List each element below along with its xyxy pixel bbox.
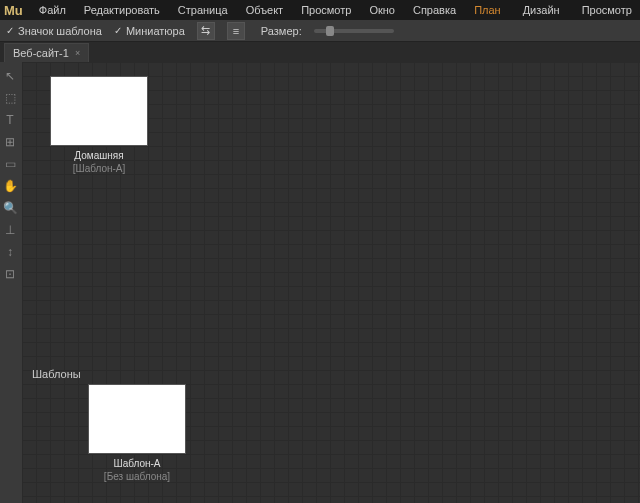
tool-grid[interactable]: ⊡ <box>0 264 20 284</box>
menu-page[interactable]: Страница <box>170 2 236 18</box>
template-preview <box>88 384 186 454</box>
checkbox-label: Значок шаблона <box>18 25 102 37</box>
main-menu: Файл Редактировать Страница Объект Просм… <box>31 2 464 18</box>
checkbox-label: Миниатюра <box>126 25 185 37</box>
plan-canvas[interactable]: Домашняя [Шаблон-A] Шаблоны Шаблон-A [Бе… <box>22 62 640 503</box>
layout-vertical-icon[interactable]: ≡ <box>227 22 245 40</box>
layout-horizontal-icon[interactable]: ⇆ <box>197 22 215 40</box>
mode-tabs: План Дизайн Просмотр <box>464 2 640 18</box>
checkbox-template-icon[interactable]: Значок шаблона <box>6 25 102 37</box>
tool-rect[interactable]: ▭ <box>0 154 20 174</box>
menu-view[interactable]: Просмотр <box>293 2 359 18</box>
tool-resize[interactable]: ↕ <box>0 242 20 262</box>
tools-sidebar: ↖ ⬚ T ⊞ ▭ ✋ 🔍 ⊥ ↕ ⊡ <box>0 62 22 503</box>
page-preview <box>50 76 148 146</box>
mode-preview[interactable]: Просмотр <box>572 2 640 18</box>
templates-section-label: Шаблоны <box>32 368 81 380</box>
menu-file[interactable]: Файл <box>31 2 74 18</box>
tool-anchor[interactable]: ⊥ <box>0 220 20 240</box>
document-tab-label: Веб-сайт-1 <box>13 47 69 59</box>
tool-select[interactable]: ↖ <box>0 66 20 86</box>
size-label: Размер: <box>261 25 302 37</box>
template-label: Шаблон-A <box>88 458 186 469</box>
page-thumbnail-home[interactable]: Домашняя [Шаблон-A] <box>50 76 148 174</box>
menu-help[interactable]: Справка <box>405 2 464 18</box>
close-tab-icon[interactable]: × <box>75 48 80 58</box>
size-slider[interactable] <box>314 29 394 33</box>
template-sub-label: [Без шаблона] <box>88 471 186 482</box>
mode-design[interactable]: Дизайн <box>513 2 570 18</box>
tool-hand[interactable]: ✋ <box>0 176 20 196</box>
tool-frame[interactable]: ⊞ <box>0 132 20 152</box>
slider-thumb[interactable] <box>326 26 334 36</box>
tool-text[interactable]: T <box>0 110 20 130</box>
template-thumbnail-a[interactable]: Шаблон-A [Без шаблона] <box>88 384 186 482</box>
document-tab[interactable]: Веб-сайт-1 × <box>4 43 89 62</box>
page-template-label: [Шаблон-A] <box>50 163 148 174</box>
tool-crop[interactable]: ⬚ <box>0 88 20 108</box>
menu-window[interactable]: Окно <box>361 2 403 18</box>
tool-zoom[interactable]: 🔍 <box>0 198 20 218</box>
menu-object[interactable]: Объект <box>238 2 291 18</box>
menu-edit[interactable]: Редактировать <box>76 2 168 18</box>
checkbox-thumbnail[interactable]: Миниатюра <box>114 25 185 37</box>
mode-plan[interactable]: План <box>464 2 511 18</box>
page-label: Домашняя <box>50 150 148 161</box>
app-logo: Mu <box>4 3 23 18</box>
